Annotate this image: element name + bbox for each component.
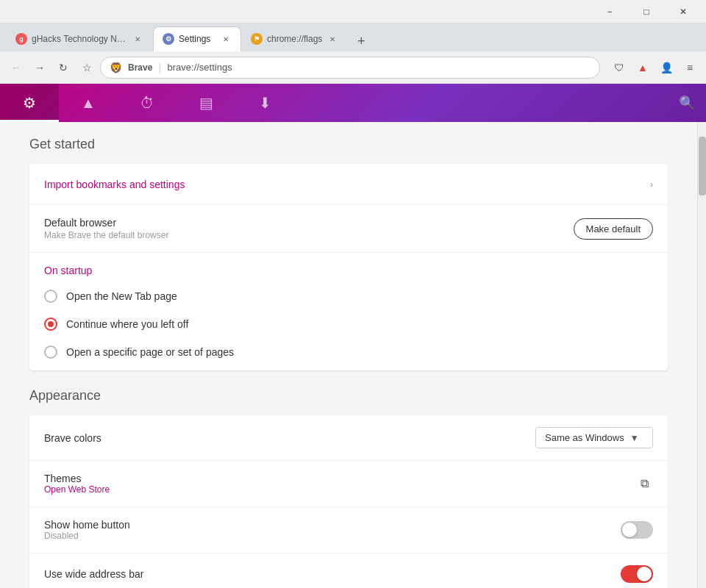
address-separator: | [158, 61, 161, 74]
dropdown-arrow-icon: ▼ [630, 433, 639, 443]
default-browser-row: Default browser Make Brave the default b… [29, 205, 668, 253]
minimize-button[interactable]: − [593, 0, 627, 24]
toolbar-tab-bookmarks[interactable]: ▤ [176, 84, 235, 122]
default-browser-label: Default browser Make Brave the default b… [44, 217, 574, 240]
address-brand: Brave [128, 62, 152, 73]
toolbar-tab-shields[interactable]: ▲ [59, 84, 118, 122]
toolbar-search-icon[interactable]: 🔍 [668, 84, 706, 122]
title-bar: − □ ✕ [0, 0, 706, 24]
startup-radio-specific[interactable] [44, 345, 57, 359]
brave-colors-dropdown[interactable]: Same as Windows ▼ [535, 427, 653, 448]
wide-address-bar-toggle[interactable] [621, 565, 653, 583]
window-controls: − □ ✕ [593, 0, 700, 24]
default-browser-sub: Make Brave the default browser [44, 230, 574, 240]
startup-option-new-tab[interactable]: Open the New Tab page [29, 282, 668, 310]
tab-bar: g gHacks Technology News ✕ ⚙ Settings ✕ … [0, 24, 706, 51]
on-startup-section: On startup Open the New Tab page Continu… [29, 253, 668, 370]
themes-title: Themes [44, 473, 635, 484]
startup-radio-new-tab[interactable] [44, 290, 57, 303]
themes-row: Themes Open Web Store ⧉ [29, 461, 668, 507]
import-bookmarks-row[interactable]: Import bookmarks and settings › [29, 164, 668, 205]
show-home-button-label: Show home button Disabled [44, 519, 621, 541]
import-bookmarks-link[interactable]: Import bookmarks and settings [44, 179, 650, 190]
brave-colors-label: Brave colors [44, 432, 535, 444]
external-link-icon[interactable]: ⧉ [635, 475, 653, 492]
wide-address-bar-title: Use wide address bar [44, 568, 621, 580]
address-right-icons: 🛡 ▲ 👤 ≡ [609, 57, 700, 78]
startup-label-new-tab: Open the New Tab page [66, 290, 177, 302]
tab-title-settings: Settings [179, 34, 215, 44]
wide-address-bar-row: Use wide address bar [29, 553, 668, 588]
settings-content: Get started Import bookmarks and setting… [0, 122, 697, 588]
tab-title-flags: chrome://flags [267, 34, 322, 44]
make-default-button[interactable]: Make default [574, 218, 653, 240]
tab-favicon-flags: ⚑ [251, 33, 263, 45]
close-button[interactable]: ✕ [666, 0, 700, 24]
scrollbar-thumb[interactable] [699, 137, 706, 196]
startup-label-specific: Open a specific page or set of pages [66, 346, 234, 358]
profile-icon[interactable]: 👤 [656, 57, 677, 78]
address-input-wrap[interactable]: 🦁 Brave | brave://settings [100, 57, 600, 79]
brave-alert-icon[interactable]: ▲ [632, 57, 653, 78]
toolbar-tab-history[interactable]: ⏱ [118, 84, 176, 122]
startup-option-continue[interactable]: Continue where you left off [29, 310, 668, 338]
tab-close-ghacks[interactable]: ✕ [132, 33, 143, 45]
tab-title-ghacks: gHacks Technology News [32, 34, 127, 44]
forward-button[interactable]: → [29, 57, 50, 78]
open-web-store-link[interactable]: Open Web Store [44, 484, 635, 495]
get-started-title: Get started [29, 137, 668, 152]
tab-favicon-ghacks: g [15, 33, 27, 45]
appearance-title: Appearance [29, 388, 668, 404]
toolbar-tab-settings[interactable]: ⚙ [0, 84, 59, 122]
address-url[interactable]: brave://settings [168, 62, 591, 73]
tab-favicon-settings: ⚙ [163, 33, 174, 45]
get-started-card: Import bookmarks and settings › Default … [29, 164, 668, 370]
brave-colors-row: Brave colors Same as Windows ▼ [29, 415, 668, 461]
back-button[interactable]: ← [6, 57, 26, 78]
brave-colors-value: Same as Windows [545, 432, 624, 443]
show-home-button-sub: Disabled [44, 531, 621, 541]
on-startup-title: On startup [29, 253, 668, 282]
appearance-card: Brave colors Same as Windows ▼ Themes Op… [29, 415, 668, 588]
show-home-button-row: Show home button Disabled [29, 507, 668, 553]
tab-settings[interactable]: ⚙ Settings ✕ [153, 26, 241, 51]
brave-rewards-icon[interactable]: 🛡 [609, 57, 630, 78]
main-content: Get started Import bookmarks and setting… [0, 122, 706, 588]
startup-radio-continue[interactable] [44, 318, 57, 331]
themes-label: Themes Open Web Store [44, 473, 635, 495]
bookmark-button[interactable]: ☆ [76, 57, 97, 78]
toolbar-tab-downloads[interactable]: ⬇ [235, 84, 294, 122]
import-chevron-icon: › [650, 179, 653, 190]
startup-option-specific[interactable]: Open a specific page or set of pages [29, 338, 668, 370]
tab-ghacks[interactable]: g gHacks Technology News ✕ [6, 26, 153, 51]
startup-label-continue: Continue where you left off [66, 318, 188, 330]
tab-close-settings[interactable]: ✕ [220, 33, 232, 45]
default-browser-title: Default browser [44, 217, 574, 229]
brave-shield-icon: 🦁 [110, 62, 122, 74]
new-tab-button[interactable]: + [351, 31, 371, 51]
menu-icon[interactable]: ≡ [680, 57, 700, 78]
brave-toolbar: ⚙ ▲ ⏱ ▤ ⬇ 🔍 [0, 84, 706, 122]
show-home-button-toggle[interactable] [621, 521, 653, 539]
tab-flags[interactable]: ⚑ chrome://flags ✕ [241, 26, 348, 51]
wide-address-bar-label: Use wide address bar [44, 568, 621, 580]
show-home-button-title: Show home button [44, 519, 621, 531]
reload-button[interactable]: ↻ [53, 57, 74, 78]
maximize-button[interactable]: □ [630, 0, 663, 24]
tab-close-flags[interactable]: ✕ [327, 33, 338, 45]
scrollbar-track[interactable] [697, 122, 706, 588]
address-bar-row: ← → ↻ ☆ 🦁 Brave | brave://settings 🛡 ▲ 👤… [0, 51, 706, 84]
